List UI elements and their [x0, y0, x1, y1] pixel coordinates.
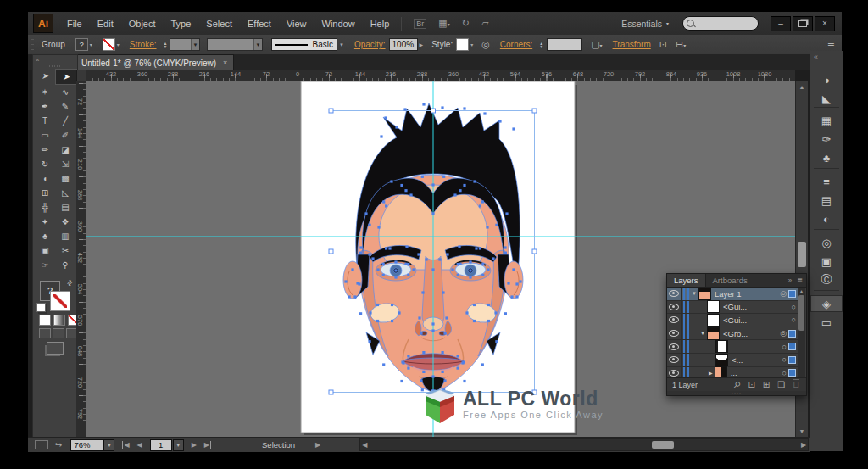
visibility-cell[interactable] — [667, 288, 682, 300]
locate-object-icon[interactable]: ⚲ — [732, 379, 743, 390]
expand-triangle-icon[interactable]: ▶ — [709, 370, 713, 376]
selection-tool[interactable]: ➤ — [35, 69, 55, 83]
stroke-swatch[interactable] — [103, 38, 115, 51]
status-options-icon[interactable]: ▶ — [315, 441, 320, 449]
gradient-tool[interactable]: ▤ — [55, 200, 75, 215]
line-segment-tool[interactable]: ╱ — [55, 114, 75, 128]
minimize-button[interactable]: – — [771, 16, 791, 31]
layer-row[interactable]: <Gui... ○ — [667, 301, 798, 315]
gradient-panel-icon[interactable]: ▤ — [810, 192, 843, 209]
layer-name[interactable]: <Gui... — [723, 315, 747, 325]
horizontal-ruler[interactable]: 432 360 288 216 144 72 0 72 144 216 288 … — [76, 70, 795, 82]
status-display[interactable]: Selection — [262, 440, 295, 449]
stroke-weight-stepper[interactable]: ▲▼ — [164, 42, 168, 48]
mesh-tool[interactable]: ╬ — [35, 200, 55, 215]
menu-edit[interactable]: Edit — [97, 19, 114, 29]
target-icon[interactable]: ○ — [782, 369, 788, 377]
layer-row[interactable]: ... ○ — [667, 340, 798, 354]
paintbrush-tool[interactable]: ✐ — [55, 128, 75, 142]
tab-close-icon[interactable]: × — [223, 59, 227, 67]
swatches-panel-icon[interactable]: ▦ — [810, 112, 843, 129]
appearance-panel-icon[interactable]: ◎ — [810, 234, 843, 251]
chevron-down-icon[interactable]: ▾ — [117, 42, 120, 47]
control-panel-menu-icon[interactable]: ≣ — [827, 39, 835, 50]
direct-selection-tool[interactable]: ➤ — [55, 69, 77, 85]
selection-indicator[interactable] — [788, 343, 796, 350]
corners-field[interactable] — [547, 38, 582, 51]
menu-effect[interactable]: Effect — [248, 19, 271, 29]
blend-tool[interactable]: ❖ — [55, 215, 75, 229]
layers-panel-icon[interactable]: ◈ — [810, 295, 843, 312]
transparency-panel-icon[interactable]: ◐ — [810, 210, 843, 227]
variable-width-profile-dropdown[interactable]: ▼ — [207, 38, 263, 51]
type-tool[interactable]: T — [35, 114, 55, 128]
opacity-link[interactable]: Opacity: — [354, 40, 386, 49]
layer-row[interactable]: ▼ Layer 1 ◎ — [667, 288, 798, 301]
artboard-number-field[interactable]: 1 — [150, 439, 172, 451]
last-artboard-button[interactable]: ▶ — [204, 441, 211, 449]
vertical-scroll-thumb[interactable] — [798, 242, 806, 267]
symbol-sprayer-tool[interactable]: ♣ — [35, 229, 55, 243]
chevron-down-icon[interactable]: ▾ — [470, 42, 473, 47]
arrange-documents-icon[interactable]: ▦▾ — [438, 18, 449, 29]
expand-triangle-icon[interactable]: ▼ — [700, 331, 705, 336]
tab-artboards[interactable]: Artboards — [706, 274, 754, 287]
layer-thumbnail[interactable] — [707, 314, 720, 327]
rotate-tool[interactable]: ↻ — [35, 157, 55, 171]
visibility-cell[interactable] — [667, 354, 682, 366]
opacity-field[interactable]: 100% — [389, 38, 418, 51]
target-icon[interactable]: ◎ — [780, 289, 788, 298]
layer-row[interactable]: ▼ <Gro... ◎ — [667, 327, 798, 341]
artboard-tool[interactable]: ▣ — [35, 243, 55, 258]
sync-settings-icon[interactable]: ↻ — [462, 18, 470, 29]
free-transform-tool[interactable]: ▩ — [55, 171, 75, 186]
menu-object[interactable]: Object — [129, 19, 156, 29]
stroke-color-swatch[interactable] — [50, 291, 70, 311]
horizontal-scroll-thumb[interactable] — [652, 441, 674, 449]
menu-file[interactable]: File — [67, 19, 82, 29]
selection-indicator[interactable] — [788, 356, 796, 364]
layer-thumbnail[interactable] — [698, 288, 711, 300]
draw-behind-button[interactable] — [53, 328, 64, 338]
menu-select[interactable]: Select — [206, 19, 232, 29]
layer-name[interactable]: <Gui... — [723, 302, 747, 311]
menu-help[interactable]: Help — [370, 19, 390, 29]
brushes-panel-icon[interactable]: ✑ — [810, 131, 843, 148]
target-icon[interactable]: ○ — [792, 315, 798, 324]
close-button[interactable]: × — [815, 16, 835, 31]
perspective-grid-tool[interactable]: ◺ — [55, 186, 75, 200]
shape-builder-tool[interactable]: ⊞ — [35, 186, 55, 200]
column-graph-tool[interactable]: ▥ — [55, 229, 75, 243]
screen-share-icon[interactable]: ▱ — [481, 18, 488, 29]
layers-scroll-thumb[interactable] — [798, 295, 804, 331]
panel-grip[interactable] — [31, 39, 34, 51]
shape-options-icon[interactable]: ▢▾ — [591, 39, 602, 50]
first-artboard-button[interactable]: ◀ — [122, 441, 129, 449]
selection-indicator[interactable] — [788, 290, 796, 298]
workspace-switcher[interactable]: Essentials ▾ — [621, 19, 669, 29]
artboard-dropdown-icon[interactable]: ▼ — [173, 439, 184, 451]
default-fill-stroke-icon[interactable] — [36, 303, 46, 312]
layer-thumbnail[interactable] — [715, 340, 728, 353]
target-icon[interactable]: ○ — [782, 355, 788, 364]
symbols-panel-icon[interactable]: ♣ — [810, 149, 843, 166]
corners-link[interactable]: Corners: — [500, 40, 532, 49]
zoom-level-field[interactable]: 76% — [70, 439, 103, 451]
layer-row[interactable]: <Gui... ○ — [667, 314, 798, 327]
color-guide-panel-icon[interactable]: ◣ — [810, 90, 843, 107]
ruler-origin-corner[interactable] — [76, 70, 86, 81]
bridge-icon[interactable]: Br — [414, 19, 426, 29]
layer-name[interactable]: Layer 1 — [715, 289, 742, 299]
layer-thumbnail[interactable] — [707, 300, 720, 313]
visibility-cell[interactable] — [667, 301, 682, 314]
layer-name[interactable]: <... — [732, 355, 743, 365]
artboard-nav-icon[interactable] — [35, 440, 48, 449]
expand-triangle-icon[interactable]: ▼ — [692, 291, 697, 296]
previous-artboard-button[interactable]: ◀ — [137, 441, 142, 449]
brush-definition-dropdown[interactable]: Basic — [271, 38, 337, 51]
target-icon[interactable]: ○ — [792, 303, 798, 311]
style-swatch[interactable] — [456, 38, 469, 51]
creative-cloud-icon[interactable]: Ⓒ — [810, 271, 843, 288]
make-clipping-mask-icon[interactable]: ⊡ — [748, 380, 754, 389]
isolate-selection-icon[interactable]: ⊟▾ — [676, 39, 686, 50]
